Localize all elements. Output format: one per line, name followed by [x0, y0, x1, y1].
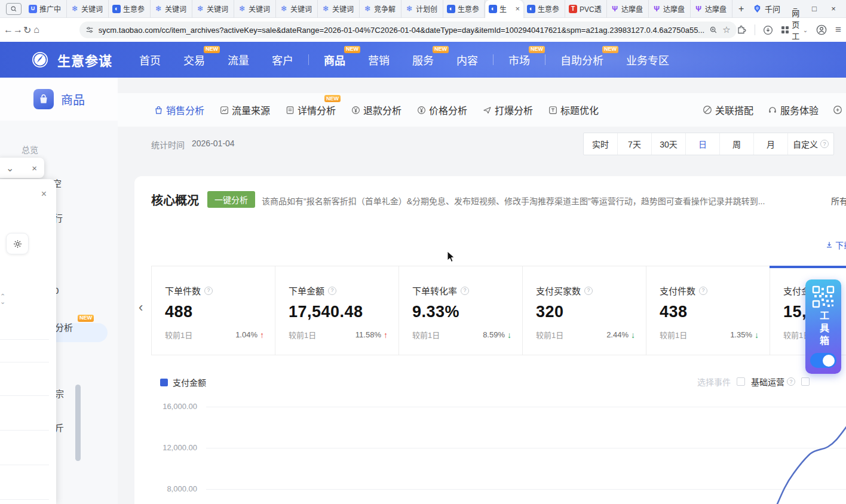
- browser-tab[interactable]: ❄关键词: [318, 0, 360, 18]
- url-text[interactable]: sycm.taobao.com/cc/item_archives?activeK…: [99, 26, 704, 35]
- toolbox-toggle[interactable]: [810, 353, 836, 368]
- brand[interactable]: 生意参谋: [31, 50, 112, 69]
- profile-avatar[interactable]: [816, 24, 827, 35]
- subnav-tab-流量来源[interactable]: 流量来源: [220, 103, 270, 117]
- subnav-tab-label: 打爆分析: [495, 103, 533, 117]
- subnav-tab-销售分析[interactable]: 销售分析: [154, 103, 204, 117]
- help-icon[interactable]: ?: [787, 377, 795, 386]
- nav-item-客户[interactable]: 客户: [260, 52, 305, 67]
- home-button[interactable]: ⌂: [32, 24, 41, 35]
- help-icon[interactable]: ?: [204, 287, 213, 295]
- browser-tab[interactable]: ❄关键词: [234, 0, 276, 18]
- subnav-tab-详情分析[interactable]: 详情分析NEW: [286, 103, 336, 117]
- cards-scroll-left-button[interactable]: ‹: [139, 300, 143, 315]
- metric-card-下单金额[interactable]: 下单金额?17,540.48较前1日11.58%↑: [275, 266, 399, 355]
- help-icon[interactable]: ?: [820, 140, 829, 148]
- subnav-tab-价格分析[interactable]: 价格分析: [417, 103, 467, 117]
- subnav-link-关联搭配[interactable]: 关联搭配: [703, 103, 753, 117]
- range-button-7天[interactable]: 7天: [618, 133, 652, 155]
- range-button-周[interactable]: 周: [720, 133, 754, 155]
- nav-item-市场[interactable]: 市场NEW: [497, 52, 541, 67]
- collapse-chevron-icon[interactable]: ⌄: [6, 162, 14, 174]
- metric-label: 下单转化率: [412, 284, 457, 297]
- metric-card-下单件数[interactable]: 下单件数?488较前1日1.04%↑: [152, 266, 275, 355]
- nav-item-营销[interactable]: 营销: [357, 52, 401, 67]
- second-checkbox[interactable]: [801, 377, 810, 386]
- tab-favicon-sycm: ◐: [527, 5, 535, 13]
- subnav-tab-打爆分析[interactable]: 打爆分析: [483, 103, 533, 117]
- nav-item-流量[interactable]: 流量: [216, 52, 260, 67]
- divider: [0, 362, 49, 362]
- nav-item-内容[interactable]: 内容: [445, 52, 489, 67]
- sidebar-item-fragment[interactable]: 斤: [55, 421, 64, 434]
- range-button-30天[interactable]: 30天: [652, 133, 686, 155]
- browser-tab[interactable]: ❄竞争解: [360, 0, 401, 18]
- help-icon[interactable]: ?: [461, 287, 469, 295]
- nav-item-业务专区[interactable]: 业务专区: [615, 52, 681, 67]
- browser-tab[interactable]: ❄关键词: [276, 0, 318, 18]
- sidebar-scrollbar[interactable]: [75, 385, 81, 461]
- select-event-label[interactable]: 选择事件: [697, 376, 731, 388]
- doc-icon: [286, 106, 295, 115]
- metric-card-下单转化率[interactable]: 下单转化率?9.33%较前1日8.59%↓: [399, 266, 523, 355]
- subnav-tab-退款分析[interactable]: 退款分析: [351, 103, 401, 117]
- browser-tab[interactable]: ◐生意参: [443, 0, 485, 18]
- toolbox-widget[interactable]: 工具箱: [805, 279, 841, 374]
- browser-tab[interactable]: ◐生意参: [109, 0, 151, 18]
- browser-tab[interactable]: Ψ达摩盘: [649, 0, 691, 18]
- clipped-link-icon[interactable]: [833, 105, 842, 115]
- extensions-icon[interactable]: [737, 25, 746, 35]
- range-button-月[interactable]: 月: [754, 133, 788, 155]
- download-link[interactable]: 下载: [825, 239, 846, 251]
- browser-tab-active[interactable]: ◐生×: [485, 0, 523, 18]
- range-button-实时[interactable]: 实时: [584, 133, 618, 155]
- url-bar[interactable]: sycm.taobao.com/cc/item_archives?activeK…: [79, 21, 737, 38]
- browser-tab[interactable]: Ψ达摩盘: [691, 0, 732, 18]
- forward-button[interactable]: →: [13, 24, 23, 35]
- all-events-dropdown[interactable]: 所有: [831, 195, 846, 207]
- settings-gear-button[interactable]: [6, 233, 29, 254]
- browser-tab[interactable]: ◐生意参: [523, 0, 565, 18]
- metric-card-支付件数[interactable]: 支付件数?438较前1日1.35%↓: [646, 266, 770, 355]
- nav-item-交易[interactable]: 交易NEW: [172, 52, 216, 67]
- basic-ops-checkbox[interactable]: [737, 377, 745, 386]
- chart-legend[interactable]: 支付金额: [160, 376, 206, 388]
- resize-handle[interactable]: ⌃ ⌄: [0, 294, 5, 305]
- browser-tab[interactable]: U推广中: [25, 0, 67, 18]
- help-icon[interactable]: ?: [699, 287, 707, 295]
- browser-tab[interactable]: ❄关键词: [151, 0, 192, 18]
- help-icon[interactable]: ?: [584, 287, 593, 295]
- sidebar-item-fragment[interactable]: 总览: [22, 143, 38, 155]
- zoom-page-icon[interactable]: [709, 26, 718, 34]
- subnav-tab-标题优化[interactable]: 标题优化: [548, 103, 599, 117]
- one-click-analyze-button[interactable]: 一键分析: [207, 191, 255, 208]
- browser-tab[interactable]: TPVC透: [565, 0, 607, 18]
- browser-tab[interactable]: ❄计划创: [401, 0, 443, 18]
- subnav-link-服务体验[interactable]: 服务体验: [768, 103, 819, 117]
- payment-trend-chart[interactable]: [203, 391, 846, 504]
- site-info-icon[interactable]: [85, 26, 94, 34]
- downloads-icon[interactable]: [763, 25, 773, 35]
- sidebar-item-fragment[interactable]: 宗: [55, 387, 64, 399]
- range-button-日[interactable]: 日: [686, 133, 720, 155]
- bookmark-star-icon[interactable]: ☆: [722, 24, 730, 35]
- tab-search-button[interactable]: [6, 3, 22, 15]
- back-button[interactable]: ←: [4, 24, 13, 35]
- popup-close-icon[interactable]: ×: [32, 163, 37, 173]
- menu-icon[interactable]: ≡: [835, 24, 841, 36]
- help-icon[interactable]: ?: [328, 287, 336, 295]
- nav-item-服务[interactable]: 服务NEW: [401, 52, 445, 67]
- metric-card-支付买家数[interactable]: 支付买家数?320较前1日2.44%↓: [523, 266, 646, 355]
- sidebar-item-fragment[interactable]: 分析: [55, 321, 73, 333]
- panel-close-icon[interactable]: ×: [41, 189, 47, 199]
- browser-tab[interactable]: ❄关键词: [67, 0, 109, 18]
- nav-item-自助分析[interactable]: 自助分析NEW: [549, 52, 615, 67]
- nav-item-商品[interactable]: 商品NEW: [312, 52, 357, 67]
- tab-close-icon[interactable]: ×: [515, 4, 520, 13]
- browser-tab[interactable]: Ψ达摩盘: [607, 0, 649, 18]
- browser-tab[interactable]: ❄关键词: [192, 0, 234, 18]
- nav-item-首页[interactable]: 首页: [128, 52, 172, 67]
- reload-button[interactable]: ↻: [23, 24, 32, 36]
- range-button-自定义[interactable]: 自定义?: [788, 133, 833, 155]
- stat-date-value[interactable]: 2026-01-04: [192, 139, 235, 148]
